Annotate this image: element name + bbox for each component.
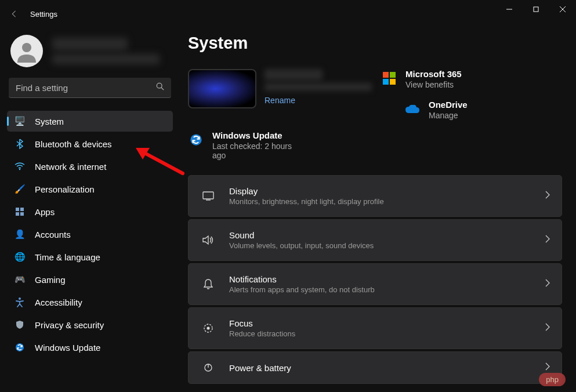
svg-rect-15 bbox=[203, 192, 213, 199]
search-input[interactable] bbox=[16, 83, 156, 93]
search-icon bbox=[156, 82, 164, 93]
power-icon bbox=[200, 363, 216, 372]
setting-title: Notifications bbox=[229, 274, 545, 284]
device-thumbnail bbox=[188, 69, 256, 108]
svg-point-18 bbox=[207, 327, 210, 330]
window-controls bbox=[496, 0, 576, 19]
svg-point-5 bbox=[157, 83, 162, 88]
info-cards: Rename Microsoft 365 View benefits OneDr… bbox=[188, 69, 562, 160]
chevron-right-icon bbox=[545, 323, 550, 333]
close-button[interactable] bbox=[549, 0, 576, 19]
setting-sub: Monitors, brightness, night light, displ… bbox=[229, 197, 545, 206]
gamepad-icon: 🎮 bbox=[14, 274, 26, 285]
card-title: OneDrive bbox=[429, 100, 468, 110]
accessibility-icon bbox=[14, 296, 26, 308]
back-button[interactable] bbox=[5, 5, 23, 23]
card-sub: Last checked: 2 hours ago bbox=[212, 141, 305, 160]
svg-rect-10 bbox=[16, 212, 19, 216]
chevron-right-icon bbox=[545, 279, 550, 289]
sidebar-item-accounts[interactable]: 👤 Accounts bbox=[7, 224, 173, 245]
avatar bbox=[10, 35, 43, 67]
setting-focus[interactable]: Focus Reduce distractions bbox=[188, 307, 562, 349]
sidebar-item-label: Windows Update bbox=[35, 343, 100, 353]
svg-rect-9 bbox=[20, 208, 24, 211]
search-box[interactable] bbox=[9, 78, 171, 98]
maximize-button[interactable] bbox=[523, 0, 549, 19]
sidebar-item-apps[interactable]: Apps bbox=[7, 201, 173, 222]
sidebar-item-accessibility[interactable]: Accessibility bbox=[7, 292, 173, 313]
main-content: System Rename Microsoft 365 View benefit… bbox=[180, 28, 576, 392]
minimize-button[interactable] bbox=[496, 0, 523, 19]
setting-notifications[interactable]: Notifications Alerts from apps and syste… bbox=[188, 263, 562, 305]
shield-icon bbox=[14, 319, 26, 331]
svg-point-4 bbox=[22, 43, 31, 52]
svg-rect-11 bbox=[20, 212, 24, 216]
speaker-icon bbox=[200, 235, 216, 245]
brush-icon: 🖌️ bbox=[14, 183, 26, 195]
update-card[interactable]: Windows Update Last checked: 2 hours ago bbox=[188, 130, 372, 160]
card-title: Microsoft 365 bbox=[405, 69, 462, 79]
sync-icon bbox=[188, 132, 204, 148]
nav-list: 🖥️ System Bluetooth & devices Network & … bbox=[7, 111, 173, 358]
sidebar-item-time-language[interactable]: 🌐 Time & language bbox=[7, 246, 173, 267]
monitor-icon: 🖥️ bbox=[14, 115, 26, 127]
onedrive-icon bbox=[404, 101, 421, 117]
setting-sub: Reduce distractions bbox=[229, 329, 545, 338]
sidebar-item-personalization[interactable]: 🖌️ Personalization bbox=[7, 179, 173, 199]
ms365-card[interactable]: Microsoft 365 View benefits bbox=[381, 69, 562, 89]
bluetooth-icon bbox=[14, 138, 26, 150]
onedrive-card[interactable]: OneDrive Manage bbox=[404, 100, 562, 120]
sidebar-item-label: Bluetooth & devices bbox=[35, 139, 112, 149]
sidebar-item-label: Accessibility bbox=[35, 297, 82, 307]
device-name-redacted bbox=[265, 69, 323, 81]
setting-title: Display bbox=[229, 186, 545, 196]
setting-sound[interactable]: Sound Volume levels, output, input, soun… bbox=[188, 219, 562, 261]
sidebar-item-label: Time & language bbox=[35, 252, 100, 262]
sidebar-item-label: Apps bbox=[35, 207, 55, 217]
rename-link[interactable]: Rename bbox=[265, 96, 372, 105]
ms365-icon bbox=[381, 70, 397, 86]
php-badge: php bbox=[539, 373, 566, 386]
sidebar-item-label: Network & internet bbox=[35, 162, 106, 172]
profile-section[interactable] bbox=[10, 35, 173, 67]
wifi-icon bbox=[14, 161, 26, 172]
settings-list: Display Monitors, brightness, night ligh… bbox=[188, 175, 562, 384]
chevron-right-icon bbox=[545, 235, 550, 245]
sidebar-item-label: Personalization bbox=[35, 184, 95, 194]
chevron-right-icon bbox=[545, 362, 550, 373]
person-icon: 👤 bbox=[14, 228, 26, 240]
setting-sub: Volume levels, output, input, sound devi… bbox=[229, 241, 545, 250]
svg-rect-1 bbox=[534, 7, 538, 12]
chevron-right-icon bbox=[545, 191, 550, 201]
svg-point-12 bbox=[19, 297, 21, 300]
sidebar-item-label: Privacy & security bbox=[35, 320, 104, 330]
sidebar-item-bluetooth[interactable]: Bluetooth & devices bbox=[7, 133, 173, 154]
setting-title: Sound bbox=[229, 230, 545, 240]
svg-line-6 bbox=[161, 88, 164, 90]
sidebar-item-label: Gaming bbox=[35, 275, 66, 285]
sidebar-item-system[interactable]: 🖥️ System bbox=[7, 111, 173, 132]
profile-name-redacted bbox=[52, 38, 160, 64]
svg-rect-8 bbox=[16, 208, 19, 211]
setting-title: Power & battery bbox=[229, 363, 545, 373]
sidebar-item-network[interactable]: Network & internet bbox=[7, 156, 173, 177]
sidebar: 🖥️ System Bluetooth & devices Network & … bbox=[0, 28, 180, 392]
sidebar-item-label: System bbox=[35, 117, 64, 126]
bell-icon bbox=[200, 279, 216, 289]
sync-icon bbox=[14, 342, 26, 353]
sidebar-item-windows-update[interactable]: Windows Update bbox=[7, 337, 173, 358]
target-icon bbox=[200, 323, 216, 333]
setting-power-battery[interactable]: Power & battery bbox=[188, 351, 562, 384]
setting-display[interactable]: Display Monitors, brightness, night ligh… bbox=[188, 175, 562, 217]
device-card: Rename bbox=[188, 69, 372, 120]
clock-globe-icon: 🌐 bbox=[14, 251, 26, 263]
card-sub: View benefits bbox=[405, 80, 462, 89]
apps-icon bbox=[14, 206, 26, 217]
setting-title: Focus bbox=[229, 318, 545, 328]
display-icon bbox=[200, 191, 216, 201]
sidebar-item-gaming[interactable]: 🎮 Gaming bbox=[7, 269, 173, 290]
setting-sub: Alerts from apps and system, do not dist… bbox=[229, 285, 545, 294]
device-model-redacted bbox=[265, 83, 372, 91]
sidebar-item-privacy[interactable]: Privacy & security bbox=[7, 314, 173, 335]
sidebar-item-label: Accounts bbox=[35, 230, 71, 239]
